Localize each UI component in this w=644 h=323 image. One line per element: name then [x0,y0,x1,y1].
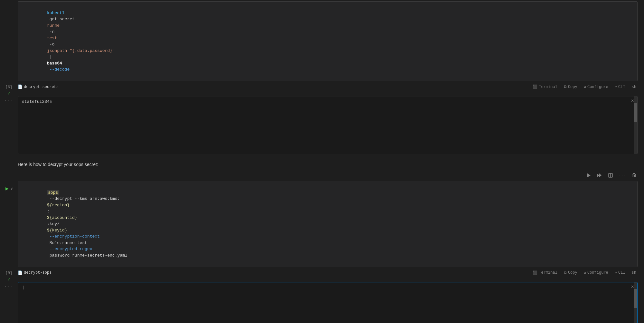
svg-rect-8 [635,174,636,177]
code-runme: runme [47,23,60,28]
cell-6-scrollbar-thumb[interactable] [634,103,637,122]
cell-6-output-text: stateful234▯ [22,99,52,104]
copy-btn-8[interactable]: ⧉ Copy [563,270,579,276]
configure-label-8: Configure [587,270,608,275]
copy-icon-6: ⧉ [564,85,567,89]
code-kubectl: kubectl [47,11,65,15]
cell-6-check: ✓ [8,91,10,96]
cli-label-8: CLI [618,270,625,275]
cell-8-toolbar-right: ⬛ Terminal ⧉ Copy ⚙ Configure ⌨ CLI [531,270,638,276]
cell-8-name: decrypt-sops [24,270,52,275]
more-btn-8[interactable]: ··· [617,172,628,178]
svg-rect-10 [633,175,633,177]
cell-6-toolbar-gutter: [6] ✓ [0,83,18,96]
cell-8-check: ✓ [8,277,10,282]
code-colon1: : [47,209,50,214]
svg-rect-5 [632,174,636,174]
code-jsonpath: jsonpath="{.data.password}" [47,48,115,53]
code-region-var: ${region} [47,203,70,208]
cell-6-code-line: kubectl get secret runme -n test -o json… [18,2,637,81]
cell-8-dots[interactable]: ··· [3,284,15,290]
code-pipe: | [47,54,54,59]
cell-6-gutter [0,0,18,3]
terminal-icon-6: ⬛ [533,84,537,89]
cell-6-scrollbar[interactable] [634,96,637,154]
cell-8-toolbar-gutter: [8] ✓ [0,269,18,282]
cell-6-code-block: kubectl get secret runme -n test -o json… [18,1,638,81]
sh-text-6: sh [632,85,636,89]
code-base64: base64 [47,61,62,66]
cell-6-close-btn[interactable]: × [631,98,634,104]
cell-8-gutter: ▶ ∨ [0,180,18,192]
sh-label-8: sh [630,270,638,276]
terminal-btn-6[interactable]: ⬛ Terminal [531,84,559,90]
configure-btn-6[interactable]: ⚙ Configure [582,84,610,90]
code-o: -o [47,42,57,47]
sh-label-6: sh [630,84,638,90]
cell-6-dots[interactable]: ··· [3,98,15,104]
configure-label-6: Configure [587,85,608,89]
file-icon-6: 📄 [18,84,23,89]
code-get: get secret [47,17,77,22]
cell-8-output-content: | × [18,282,644,323]
configure-btn-8[interactable]: ⚙ Configure [582,270,610,276]
run-all-btn-8[interactable] [595,172,604,178]
cell-8-output-gutter: ··· [0,282,18,290]
cell-8-toolbar-wrapper: [8] ✓ 📄 decrypt-sops ⬛ Terminal ⧉ [0,269,644,282]
cell-8-run-area: ▶ ∨ [5,182,13,192]
cli-icon-6: ⌨ [615,84,617,89]
split-icon-8 [608,173,613,178]
cell-6-output-wrapper: ··· stateful234▯ × [0,96,644,155]
cell-8-run-btn[interactable]: ▶ [5,185,9,192]
code-key-path: :key/ [47,221,60,226]
svg-rect-6 [633,173,635,174]
run-all-icon-8 [597,173,602,178]
cli-btn-8[interactable]: ⌨ CLI [613,270,627,276]
code-accountid-var: ${accountid} [47,215,77,220]
code-enc-regex: --encrypted-regex [47,247,92,251]
svg-marker-0 [587,173,591,177]
delete-icon-8 [632,173,636,178]
cell-8-close-btn[interactable]: × [631,284,634,290]
cell-8-run-separator: ∨ [11,186,13,191]
cell-8-content: sops --decrypt --kms arn:aws:kms: ${regi… [18,180,644,269]
cell-6-toolbar-left: 📄 decrypt-secrets [18,84,59,89]
file-icon-8: 📄 [18,270,23,275]
terminal-label-8: Terminal [539,270,557,275]
svg-rect-7 [632,174,632,177]
cli-btn-6[interactable]: ⌨ CLI [613,84,627,90]
copy-label-6: Copy [568,85,577,89]
more-icon-8: ··· [619,173,626,178]
code-role-val: Role:runme-test [47,240,87,245]
cell-6-toolbar-content: 📄 decrypt-secrets ⬛ Terminal ⧉ Copy ⚙ [18,83,644,91]
svg-marker-1 [597,173,599,177]
sh-text-8: sh [632,270,636,275]
code-password-val: password runme-secrets-enc.yaml [47,253,128,258]
cell-8-code-line: sops --decrypt --kms arn:aws:kms: ${regi… [18,181,637,267]
cell-8-scrollbar[interactable] [634,282,637,323]
cell-6-toolbar-right: ⬛ Terminal ⧉ Copy ⚙ Configure ⌨ CLI [531,84,638,90]
svg-marker-2 [599,173,601,177]
cell-8-output-wrapper: ··· | × [0,282,644,323]
main-container: kubectl get secret runme -n test -o json… [0,0,644,323]
cell-8-name-badge: 📄 decrypt-sops [18,270,52,275]
cli-label-6: CLI [618,85,625,89]
cell-8-action-toolbar: ··· [0,171,644,180]
cell-8-output[interactable]: | × [18,282,638,323]
run-btn-8[interactable] [585,172,592,178]
code-decode: --decode [47,67,70,72]
cell-6-toolbar: 📄 decrypt-secrets ⬛ Terminal ⧉ Copy ⚙ [18,83,644,91]
svg-rect-11 [634,175,635,177]
configure-icon-8: ⚙ [584,270,586,275]
cell-6-name-badge: 📄 decrypt-secrets [18,84,59,89]
delete-btn-8[interactable] [630,172,638,178]
cell-8-cursor: | [22,285,24,290]
terminal-btn-8[interactable]: ⬛ Terminal [531,270,559,276]
cell-6-name: decrypt-secrets [24,85,59,89]
cell-8-toolbar: 📄 decrypt-sops ⬛ Terminal ⧉ Copy ⚙ [18,269,644,277]
code-enc-ctx: --encryption-context [47,234,100,239]
copy-btn-6[interactable]: ⧉ Copy [563,84,579,90]
code-n: -n [47,29,57,34]
cell-8-scrollbar-thumb[interactable] [634,289,637,308]
split-btn-8[interactable] [607,172,614,178]
